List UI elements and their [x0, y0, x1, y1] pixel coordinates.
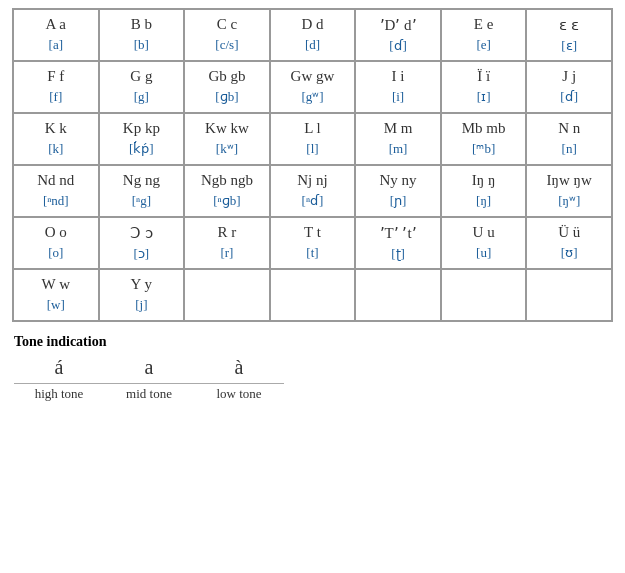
grid-cell: Ï ï[ɪ] [441, 61, 527, 113]
cell-ipa: [ᵐb] [472, 141, 495, 157]
tone-letter-cell: à [194, 356, 284, 381]
cell-letter: R r [218, 224, 237, 241]
grid-cell [355, 269, 441, 321]
alphabet-grid: A a[a]B b[b]C c[c/s]D d[d]ʼDʼ dʼ[ɗ]E e[e… [12, 8, 613, 322]
grid-cell: Gw gw[gʷ] [270, 61, 356, 113]
cell-letter: U u [473, 224, 495, 241]
tone-letter-cell: á [14, 356, 104, 381]
grid-cell: C c[c/s] [184, 9, 270, 61]
grid-cell [526, 269, 612, 321]
cell-ipa: [kʷ] [216, 141, 238, 157]
cell-ipa: [ɡb] [215, 89, 238, 105]
cell-ipa: [n] [562, 141, 577, 157]
cell-letter: Kp kp [123, 120, 160, 137]
cell-letter: J j [562, 68, 576, 85]
cell-ipa: [ŋʷ] [558, 193, 580, 209]
tone-label: high tone [35, 386, 84, 401]
grid-cell: T t[t] [270, 217, 356, 269]
grid-cell: Ɔ ɔ[ɔ] [99, 217, 185, 269]
tone-labels-row: high tonemid tonelow tone [14, 383, 613, 402]
cell-letter: L l [304, 120, 321, 137]
grid-cell: Nj nj[ⁿɗ] [270, 165, 356, 217]
grid-cell: G g[g] [99, 61, 185, 113]
cell-ipa: [c/s] [215, 37, 238, 53]
cell-ipa: [g] [134, 89, 149, 105]
cell-letter: O o [45, 224, 67, 241]
cell-ipa: [a] [49, 37, 63, 53]
cell-letter: G g [130, 68, 152, 85]
cell-ipa: [r] [220, 245, 233, 261]
grid-cell: Nd nd[ⁿnd] [13, 165, 99, 217]
cell-ipa: [k] [48, 141, 63, 157]
cell-letter: Kw kw [205, 120, 249, 137]
cell-ipa: [ɗ] [389, 38, 407, 54]
grid-cell: ʼTʼ ʼtʼ[ʈ] [355, 217, 441, 269]
cell-letter: Ny ny [380, 172, 417, 189]
cell-letter: T t [304, 224, 321, 241]
cell-letter: Y y [131, 276, 153, 293]
grid-cell: Mb mb[ᵐb] [441, 113, 527, 165]
cell-letter: Mb mb [462, 120, 506, 137]
cell-ipa: [ɲ] [390, 193, 407, 209]
cell-ipa: [j] [135, 297, 147, 313]
cell-letter: Ï ï [477, 68, 490, 85]
grid-cell: M m[m] [355, 113, 441, 165]
tone-letter-cell: a [104, 356, 194, 381]
tone-label-cell: low tone [194, 383, 284, 402]
cell-letter: Iŋ ŋ [472, 172, 496, 189]
tone-section: Tone indication áaà high tonemid tonelow… [12, 334, 613, 402]
cell-ipa: [ʈ] [391, 246, 405, 262]
cell-letter: ʼDʼ dʼ [380, 16, 417, 34]
grid-cell: Kp kp[ḱṕ] [99, 113, 185, 165]
cell-ipa: [b] [134, 37, 149, 53]
grid-cell: U u[u] [441, 217, 527, 269]
tone-letters-row: áaà [14, 356, 613, 381]
grid-cell: O o[o] [13, 217, 99, 269]
grid-cell [184, 269, 270, 321]
grid-cell: A a[a] [13, 9, 99, 61]
grid-cell: Kw kw[kʷ] [184, 113, 270, 165]
cell-ipa: [w] [47, 297, 65, 313]
grid-cell: D d[d] [270, 9, 356, 61]
cell-ipa: [ŋ] [476, 193, 491, 209]
grid-cell: W w[w] [13, 269, 99, 321]
tone-label-cell: mid tone [104, 383, 194, 402]
grid-cell [270, 269, 356, 321]
cell-letter: K k [45, 120, 67, 137]
cell-letter: Nj nj [297, 172, 327, 189]
tone-letter: a [104, 356, 194, 379]
cell-ipa: [ⁿɗ] [302, 193, 324, 209]
cell-ipa: [d] [305, 37, 320, 53]
cell-ipa: [ⁿnd] [43, 193, 69, 209]
cell-ipa: [ⁿɡb] [213, 193, 240, 209]
cell-ipa: [ʊ] [561, 245, 578, 261]
grid-cell: E e[e] [441, 9, 527, 61]
tone-label: mid tone [126, 386, 172, 401]
grid-cell: Gb gb[ɡb] [184, 61, 270, 113]
cell-ipa: [ḱṕ] [129, 141, 154, 157]
grid-cell: J j[ɗ] [526, 61, 612, 113]
cell-letter: N n [558, 120, 580, 137]
grid-cell: F f[f] [13, 61, 99, 113]
cell-letter: F f [47, 68, 64, 85]
cell-ipa: [t] [306, 245, 318, 261]
cell-letter: M m [384, 120, 413, 137]
grid-cell: Iŋ ŋ[ŋ] [441, 165, 527, 217]
grid-cell: L l[l] [270, 113, 356, 165]
cell-ipa: [e] [476, 37, 490, 53]
cell-letter: B b [131, 16, 152, 33]
cell-letter: I i [392, 68, 405, 85]
grid-cell: ʼDʼ dʼ[ɗ] [355, 9, 441, 61]
cell-letter: Ɔ ɔ [130, 224, 153, 242]
cell-ipa: [o] [48, 245, 63, 261]
cell-letter: E e [474, 16, 494, 33]
cell-letter: Ü ü [558, 224, 580, 241]
cell-ipa: [ɗ] [560, 89, 578, 105]
tone-label-cell: high tone [14, 383, 104, 402]
grid-cell: Ng ng[ⁿg] [99, 165, 185, 217]
cell-letter: Nd nd [37, 172, 74, 189]
cell-ipa: [gʷ] [301, 89, 323, 105]
cell-letter: Gb gb [208, 68, 245, 85]
cell-ipa: [ɪ] [477, 89, 491, 105]
cell-letter: D d [301, 16, 323, 33]
